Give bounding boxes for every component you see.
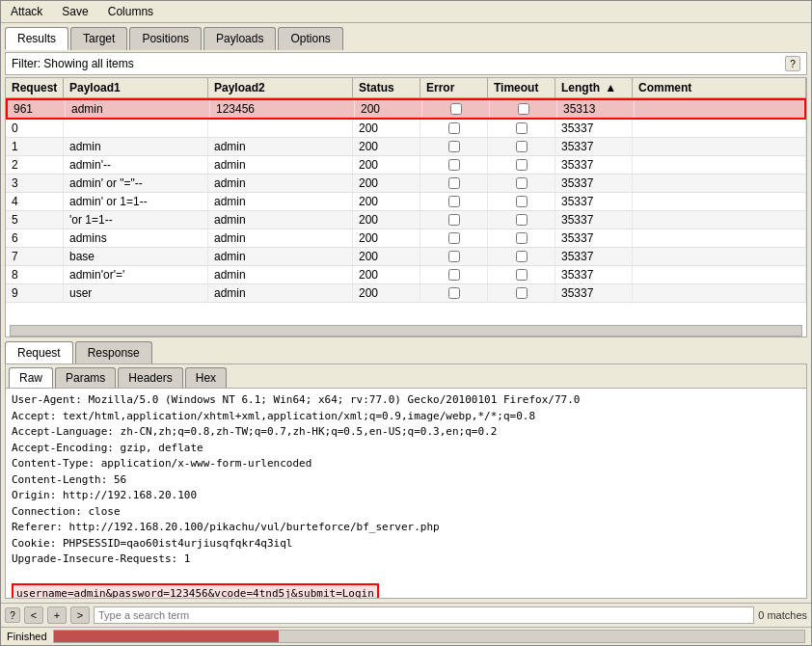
error-checkbox[interactable] bbox=[448, 251, 460, 262]
table-row[interactable]: 2 admin'-- admin 200 35337 bbox=[6, 156, 806, 175]
cell-payload2: admin bbox=[208, 284, 353, 302]
table-row[interactable]: 3 admin' or "="-- admin 200 35337 bbox=[6, 175, 806, 193]
cell-request: 5 bbox=[6, 211, 64, 229]
main-window: Attack Save Columns Results Target Posit… bbox=[0, 0, 812, 646]
next-button[interactable]: > bbox=[70, 606, 90, 624]
timeout-checkbox[interactable] bbox=[516, 141, 528, 152]
cell-status: 200 bbox=[353, 266, 420, 283]
cell-request: 7 bbox=[6, 248, 64, 265]
menu-columns[interactable]: Columns bbox=[102, 3, 159, 20]
col-request[interactable]: Request bbox=[6, 78, 64, 97]
tab-results[interactable]: Results bbox=[5, 27, 68, 50]
cell-length: 35337 bbox=[555, 248, 633, 265]
table-wrapper: Request Payload1 Payload2 Status Error T… bbox=[6, 78, 806, 325]
inner-tab-raw[interactable]: Raw bbox=[9, 367, 53, 388]
error-checkbox[interactable] bbox=[448, 177, 460, 189]
inner-tab-params[interactable]: Params bbox=[55, 367, 116, 388]
col-comment[interactable]: Comment bbox=[633, 78, 806, 97]
col-status[interactable]: Status bbox=[353, 78, 420, 97]
timeout-checkbox[interactable] bbox=[516, 287, 528, 299]
table-row[interactable]: 5 'or 1=1-- admin 200 35337 bbox=[6, 211, 806, 229]
cell-payload1: admin' or "="-- bbox=[64, 175, 208, 192]
timeout-checkbox[interactable] bbox=[516, 177, 528, 189]
cell-comment bbox=[633, 193, 806, 210]
cell-length: 35337 bbox=[555, 120, 633, 137]
tab-response[interactable]: Response bbox=[75, 341, 152, 363]
error-checkbox[interactable] bbox=[448, 122, 460, 134]
table-row[interactable]: 8 admin'or'=' admin 200 35337 bbox=[6, 266, 806, 284]
cell-payload2: admin bbox=[208, 138, 353, 155]
main-tab-bar: Results Target Positions Payloads Option… bbox=[1, 23, 811, 50]
cell-payload1: admins bbox=[64, 229, 208, 247]
col-error[interactable]: Error bbox=[420, 78, 488, 97]
cell-payload1: base bbox=[64, 248, 208, 265]
cell-comment bbox=[633, 266, 806, 283]
error-checkbox[interactable] bbox=[450, 103, 462, 115]
timeout-checkbox[interactable] bbox=[516, 159, 528, 171]
req-line-upgrade: Upgrade-Insecure-Requests: 1 bbox=[12, 552, 800, 568]
timeout-checkbox[interactable] bbox=[516, 214, 528, 226]
error-checkbox[interactable] bbox=[448, 196, 460, 207]
table-row[interactable]: 9 user admin 200 35337 bbox=[6, 284, 806, 303]
timeout-checkbox[interactable] bbox=[516, 122, 528, 134]
menu-save[interactable]: Save bbox=[56, 3, 94, 20]
cell-payload2 bbox=[208, 120, 353, 137]
error-checkbox[interactable] bbox=[448, 287, 460, 299]
error-checkbox[interactable] bbox=[448, 269, 460, 281]
next-button-plus[interactable]: + bbox=[47, 606, 67, 624]
timeout-checkbox[interactable] bbox=[518, 103, 529, 115]
cell-length: 35337 bbox=[555, 284, 633, 302]
tab-positions[interactable]: Positions bbox=[129, 27, 202, 50]
search-input[interactable] bbox=[94, 606, 754, 624]
error-checkbox[interactable] bbox=[448, 141, 460, 152]
cell-status: 200 bbox=[353, 229, 420, 247]
cell-payload1: admin bbox=[66, 100, 210, 118]
table-row[interactable]: 1 admin admin 200 35337 bbox=[6, 138, 806, 156]
table-row[interactable]: 961 admin 123456 200 35313 bbox=[6, 98, 806, 120]
cell-error bbox=[420, 266, 488, 283]
cell-request: 9 bbox=[6, 284, 64, 302]
cell-length: 35337 bbox=[555, 156, 633, 174]
cell-status: 200 bbox=[353, 248, 420, 265]
inner-tab-headers[interactable]: Headers bbox=[118, 367, 182, 388]
timeout-checkbox[interactable] bbox=[516, 251, 528, 262]
table-row[interactable]: 7 base admin 200 35337 bbox=[6, 248, 806, 266]
cell-request: 6 bbox=[6, 229, 64, 247]
prev-button[interactable]: < bbox=[24, 606, 43, 624]
col-timeout[interactable]: Timeout bbox=[488, 78, 555, 97]
tab-request[interactable]: Request bbox=[5, 341, 73, 363]
req-line-referer: Referer: http://192.168.20.100/pikachu/v… bbox=[12, 520, 800, 536]
cell-timeout bbox=[488, 138, 555, 155]
cell-comment bbox=[633, 120, 806, 137]
error-checkbox[interactable] bbox=[448, 214, 460, 226]
col-payload2[interactable]: Payload2 bbox=[208, 78, 353, 97]
error-checkbox[interactable] bbox=[448, 159, 460, 171]
req-line-empty bbox=[12, 568, 800, 584]
table-row[interactable]: 6 admins admin 200 35337 bbox=[6, 229, 806, 248]
cell-payload1: admin'-- bbox=[64, 156, 208, 174]
timeout-checkbox[interactable] bbox=[516, 232, 528, 244]
table-row[interactable]: 4 admin' or 1=1-- admin 200 35337 bbox=[6, 193, 806, 211]
tab-target[interactable]: Target bbox=[70, 27, 127, 50]
cell-payload2: admin bbox=[208, 248, 353, 265]
cell-payload2: admin bbox=[208, 266, 353, 283]
table-main: Request Payload1 Payload2 Status Error T… bbox=[6, 78, 806, 325]
table-row[interactable]: 0 200 35337 bbox=[6, 120, 806, 138]
tab-options[interactable]: Options bbox=[278, 27, 342, 50]
cell-status: 200 bbox=[353, 156, 420, 174]
cell-error bbox=[420, 229, 488, 247]
cell-timeout bbox=[488, 193, 555, 210]
inner-tab-hex[interactable]: Hex bbox=[185, 367, 227, 388]
help-button[interactable]: ? bbox=[785, 56, 800, 71]
cell-status: 200 bbox=[353, 193, 420, 210]
timeout-checkbox[interactable] bbox=[516, 269, 528, 281]
horizontal-scrollbar[interactable] bbox=[10, 325, 802, 336]
error-checkbox[interactable] bbox=[448, 232, 460, 244]
tab-payloads[interactable]: Payloads bbox=[203, 27, 276, 50]
cell-error bbox=[420, 284, 488, 302]
timeout-checkbox[interactable] bbox=[516, 196, 528, 207]
col-length[interactable]: Length ▲ bbox=[555, 78, 633, 97]
menu-attack[interactable]: Attack bbox=[5, 3, 48, 20]
col-payload1[interactable]: Payload1 bbox=[64, 78, 208, 97]
search-help-button[interactable]: ? bbox=[5, 607, 20, 623]
